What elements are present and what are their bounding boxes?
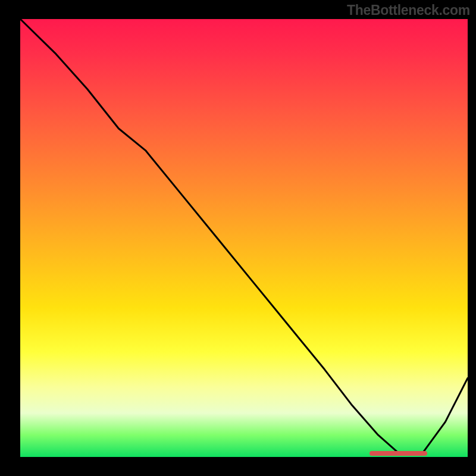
plot-area [20,19,468,457]
highlight-marker [369,451,428,456]
watermark-text: TheBottleneck.com [347,2,470,18]
chart-container: TheBottleneck.com [0,0,476,476]
gradient-background [20,19,468,457]
